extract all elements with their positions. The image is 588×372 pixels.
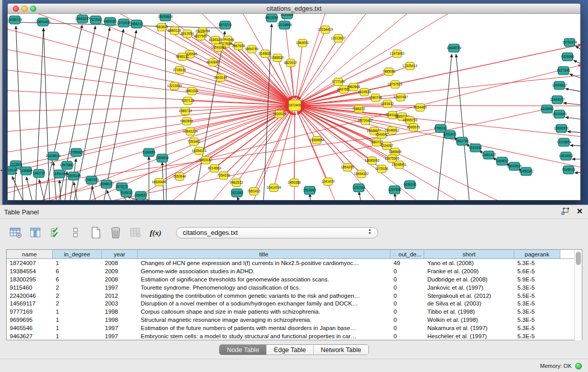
table-cell[interactable]: 2008	[102, 275, 138, 283]
table-row[interactable]: 911546021997Tourette syndrome. Phenomeno…	[7, 283, 574, 292]
table-cell[interactable]: Estimation of significance thresholds fo…	[138, 275, 390, 283]
citation-network-graph[interactable]: 1405572420691406106532471527602646616010…	[8, 14, 581, 201]
column-header-short[interactable]: short	[424, 250, 514, 258]
table-cell[interactable]: de Silva et al. (2003)	[424, 299, 514, 308]
table-cell[interactable]: 9465546	[7, 324, 53, 332]
table-cell[interactable]: Nakamura et al. (1997)	[424, 324, 514, 332]
float-panel-icon[interactable]	[561, 208, 569, 215]
table-row[interactable]: 977716911998Corpus callosum shape and si…	[7, 308, 574, 316]
memory-status-indicator[interactable]	[575, 363, 582, 369]
table-cell[interactable]: Stergiakouli et al. (2012)	[424, 292, 514, 300]
table-cell[interactable]: 2	[53, 292, 102, 300]
table-cell[interactable]: 5.3E-5	[514, 324, 560, 332]
table-cell[interactable]: 0	[390, 308, 424, 316]
column-header-name[interactable]: name	[7, 250, 53, 258]
table-cell[interactable]: 18724007	[7, 259, 53, 267]
table-cell[interactable]: 1	[53, 316, 102, 324]
table-row[interactable]: 946554611997Estimation of the future num…	[7, 324, 574, 332]
table-cell[interactable]: 1998	[102, 316, 138, 324]
table-cell[interactable]: Tibbo et al. (1998)	[424, 308, 514, 316]
import-table-icon[interactable]	[129, 227, 142, 239]
table-cell[interactable]: 0	[390, 267, 424, 275]
table-cell[interactable]: 0	[390, 292, 424, 300]
new-document-icon[interactable]	[89, 227, 102, 239]
column-header-outde[interactable]: △out_de...	[390, 250, 424, 258]
table-settings-icon[interactable]	[9, 227, 23, 239]
table-cell[interactable]: 5.6E-5	[514, 267, 560, 275]
table-cell[interactable]: 2009	[102, 267, 138, 275]
table-cell[interactable]: 2003	[102, 299, 138, 308]
function-builder-icon[interactable]: f(x)	[149, 227, 162, 239]
table-cell[interactable]: Embryonic stem cells: a model to study s…	[138, 332, 390, 340]
table-cell[interactable]: 6	[53, 275, 102, 283]
table-row[interactable]: 1938455462009Genome-wide association stu…	[7, 267, 574, 275]
hub-node[interactable]: 1872400	[288, 100, 301, 111]
table-cell[interactable]: 2008	[102, 259, 138, 267]
table-cell[interactable]: 5.3E-5	[514, 316, 560, 324]
table-cell[interactable]: Estimation of the future numbers of pati…	[138, 324, 390, 332]
table-cell[interactable]: 0	[390, 332, 424, 340]
table-cell[interactable]: Structural magnetic resonance image aver…	[138, 316, 390, 324]
table-cell[interactable]: 5.3E-5	[514, 259, 560, 267]
table-cell[interactable]: 1998	[102, 308, 138, 316]
table-cell[interactable]: 1997	[102, 283, 138, 292]
select-rows-checkmarks-icon[interactable]	[49, 227, 62, 239]
column-header-pagerank[interactable]: pagerank	[514, 250, 560, 258]
table-cell[interactable]: 19384554	[7, 267, 53, 275]
table-cell[interactable]: Genome-wide association studies in ADHD.	[138, 267, 390, 275]
table-cell[interactable]: Disruption of a novel member of a sodium…	[138, 299, 390, 308]
window-titlebar[interactable]: citations_edges.txt	[8, 4, 580, 14]
close-panel-icon[interactable]: ✕	[576, 208, 583, 215]
row-height-icon[interactable]	[69, 227, 82, 239]
table-cell[interactable]: 1997	[102, 332, 138, 340]
table-cell[interactable]: 14569117	[7, 299, 53, 308]
table-row[interactable]: 946362711997Embryonic stem cells: a mode…	[7, 332, 574, 340]
show-columns-icon[interactable]	[29, 227, 42, 239]
table-cell[interactable]: 2	[53, 283, 102, 292]
table-cell[interactable]: 0	[390, 316, 424, 324]
table-cell[interactable]: Yano et al. (2008)	[424, 259, 514, 267]
table-cell[interactable]: 1	[53, 259, 102, 267]
table-cell[interactable]: 9699695	[7, 316, 53, 324]
delete-trash-icon[interactable]	[109, 227, 122, 239]
scrollbar-thumb[interactable]	[576, 252, 581, 265]
panel-expand-handle-icon[interactable]: ◂	[0, 168, 2, 172]
table-grid[interactable]: namein_degreeyeartitle△out_de...shortpag…	[7, 250, 574, 340]
table-cell[interactable]: 5.3E-5	[514, 299, 560, 308]
table-cell[interactable]: 1	[53, 308, 102, 316]
table-cell[interactable]: Corpus callosum shape and size in male p…	[138, 308, 390, 316]
table-cell[interactable]: 22420046	[7, 292, 53, 300]
table-cell[interactable]: 9777169	[7, 308, 53, 316]
tab-edge-table[interactable]: Edge Table	[267, 345, 313, 355]
table-cell[interactable]: 5.3E-5	[514, 283, 560, 292]
table-cell[interactable]: Franke et al. (2009)	[424, 267, 514, 275]
collapsed-panel-strip[interactable]: ◂	[0, 0, 3, 205]
table-cell[interactable]: Wolkin et al. (1998)	[424, 316, 514, 324]
table-cell[interactable]: 1	[53, 332, 102, 340]
table-cell[interactable]: 0	[390, 283, 424, 292]
table-cell[interactable]: Dudbridge et al. (2008)	[424, 275, 514, 283]
network-view-window[interactable]: citations_edges.txt 14055724206914061065…	[7, 3, 581, 201]
table-row[interactable]: 1456911722003Disruption of a novel membe…	[7, 299, 574, 308]
tab-node-table[interactable]: Node Table	[220, 345, 267, 355]
table-cell[interactable]: 5.3E-5	[514, 332, 560, 340]
table-cell[interactable]: Investigating the contribution of common…	[138, 292, 390, 300]
table-cell[interactable]: 2012	[102, 292, 138, 300]
table-cell[interactable]: 5.9E-5	[514, 275, 560, 283]
table-cell[interactable]: 0	[390, 275, 424, 283]
table-row[interactable]: 1830029562008Estimation of significance …	[7, 275, 574, 283]
table-cell[interactable]: 1997	[102, 324, 138, 332]
table-cell[interactable]: 9463627	[7, 332, 53, 340]
column-header-indegree[interactable]: in_degree	[53, 250, 102, 258]
table-row[interactable]: 2242004622012Investigating the contribut…	[7, 292, 574, 300]
table-cell[interactable]: Jankovic et al. (1997)	[424, 283, 514, 292]
table-selector-dropdown[interactable]: citations_edges.txt ▲▼	[176, 227, 378, 238]
table-cell[interactable]: Changes of HCN gene expression and I(f) …	[138, 259, 390, 267]
table-row[interactable]: 969969511998Structural magnetic resonanc…	[7, 316, 574, 324]
table-cell[interactable]: Hescheler et al. (1997)	[424, 332, 514, 340]
table-cell[interactable]: Tourette syndrome. Phenomenology and cla…	[138, 283, 390, 292]
table-cell[interactable]: 9115460	[7, 283, 53, 292]
network-canvas[interactable]: 1405572420691406106532471527602646616010…	[8, 14, 581, 201]
table-cell[interactable]: 5.3E-5	[514, 308, 560, 316]
table-cell[interactable]: 6	[53, 267, 102, 275]
